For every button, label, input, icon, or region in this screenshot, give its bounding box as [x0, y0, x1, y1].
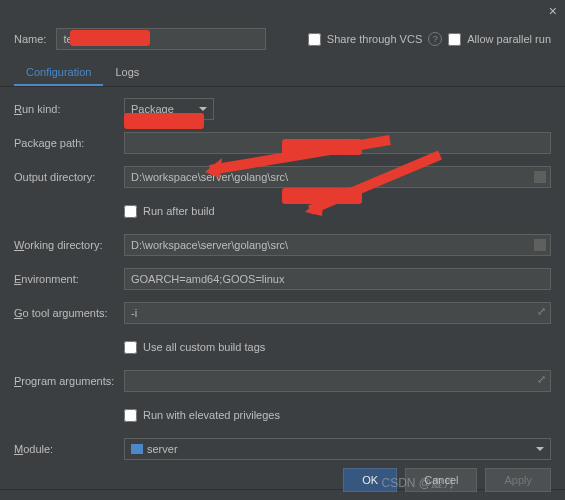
name-input[interactable]	[56, 28, 266, 50]
share-vcs-checkbox[interactable]: Share through VCS	[308, 33, 422, 46]
module-folder-icon	[131, 444, 143, 454]
title-bar: ×	[0, 0, 565, 22]
tab-logs[interactable]: Logs	[103, 60, 151, 86]
module-label: Module:	[14, 443, 124, 455]
help-icon[interactable]: ?	[428, 32, 442, 46]
tabs: Configuration Logs	[0, 60, 565, 87]
package-path-input[interactable]	[124, 132, 551, 154]
allow-parallel-checkbox[interactable]: Allow parallel run	[448, 33, 551, 46]
module-select[interactable]: server	[124, 438, 551, 460]
close-icon[interactable]: ×	[549, 3, 557, 19]
package-path-label: Package path:	[14, 137, 124, 149]
output-dir-input[interactable]: D:\workspace\server\golang\src\	[124, 166, 551, 188]
custom-build-tags-checkbox[interactable]: Use all custom build tags	[124, 341, 265, 354]
program-args-input[interactable]	[124, 370, 551, 392]
go-tool-args-label: Go tool arguments:	[14, 307, 124, 319]
go-tool-args-input[interactable]: -i	[124, 302, 551, 324]
output-dir-label: Output directory:	[14, 171, 124, 183]
environment-input[interactable]: GOARCH=amd64;GOOS=linux	[124, 268, 551, 290]
run-after-build-checkbox[interactable]: Run after build	[124, 205, 215, 218]
name-label: Name:	[14, 33, 46, 45]
run-kind-select[interactable]: Package	[124, 98, 214, 120]
tab-configuration[interactable]: Configuration	[14, 60, 103, 86]
elevated-checkbox[interactable]: Run with elevated privileges	[124, 409, 280, 422]
name-row: Name: Share through VCS ? Allow parallel…	[0, 22, 565, 56]
working-dir-input[interactable]: D:\workspace\server\golang\src\	[124, 234, 551, 256]
run-kind-label: Run kind:	[14, 103, 124, 115]
apply-button[interactable]: Apply	[485, 468, 551, 492]
ok-button[interactable]: OK	[343, 468, 397, 492]
environment-label: Environment:	[14, 273, 124, 285]
program-args-label: Program arguments:	[14, 375, 124, 387]
cancel-button[interactable]: Cancel	[405, 468, 477, 492]
working-dir-label: Working directory:	[14, 239, 124, 251]
